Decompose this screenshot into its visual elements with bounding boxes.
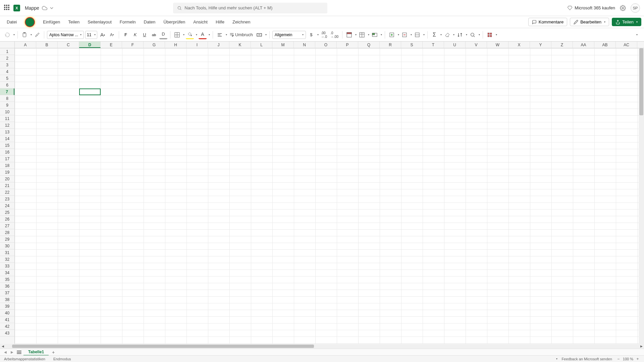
row-header-19[interactable]: 19 xyxy=(0,169,14,176)
sheet-next-icon[interactable]: ▶ xyxy=(9,350,15,355)
row-header-26[interactable]: 26 xyxy=(0,216,14,223)
sheet-tab-active[interactable]: Tabelle1 xyxy=(23,349,49,356)
double-underline-button[interactable]: D xyxy=(159,31,167,39)
zoom-in-button[interactable]: + xyxy=(635,357,640,361)
row-header-9[interactable]: 9 xyxy=(0,102,14,109)
decrease-font-button[interactable]: A▾ xyxy=(108,31,116,39)
row-header-16[interactable]: 16 xyxy=(0,149,14,156)
chevron-down-icon[interactable]: ▾ xyxy=(556,357,557,360)
vertical-scroll-thumb[interactable] xyxy=(639,48,643,115)
chevron-down-icon[interactable]: ▾ xyxy=(31,33,32,36)
column-header-V[interactable]: V xyxy=(466,42,487,48)
column-header-S[interactable]: S xyxy=(401,42,423,48)
column-header-Q[interactable]: Q xyxy=(358,42,380,48)
chevron-down-icon[interactable]: ▾ xyxy=(226,33,227,36)
underline-button[interactable]: U xyxy=(141,31,149,39)
row-header-10[interactable]: 10 xyxy=(0,109,14,115)
select-all-corner[interactable] xyxy=(0,42,15,48)
chevron-down-icon[interactable] xyxy=(50,6,53,10)
strikethrough-button[interactable]: ab xyxy=(150,31,158,39)
chevron-down-icon[interactable]: ▾ xyxy=(381,33,382,36)
font-color-button[interactable]: A xyxy=(199,31,207,39)
row-header-22[interactable]: 22 xyxy=(0,189,14,196)
bearbeiten-button[interactable]: Bearbeiten ▾ xyxy=(570,18,609,26)
row-header-41[interactable]: 41 xyxy=(0,316,14,323)
column-header-F[interactable]: F xyxy=(122,42,144,48)
workbook-stats[interactable]: Arbeitsmappenstatistiken xyxy=(4,357,45,361)
autosum-button[interactable]: Σ xyxy=(430,31,438,39)
ribbon-expand-button[interactable]: ▾ xyxy=(633,31,641,39)
row-header-23[interactable]: 23 xyxy=(0,196,14,202)
column-header-C[interactable]: C xyxy=(58,42,79,48)
column-header-N[interactable]: N xyxy=(294,42,315,48)
chevron-down-icon[interactable]: ▾ xyxy=(466,33,467,36)
addins-button[interactable] xyxy=(486,31,494,39)
column-header-A[interactable]: A xyxy=(15,42,36,48)
column-header-L[interactable]: L xyxy=(251,42,272,48)
chevron-down-icon[interactable]: ▾ xyxy=(398,33,399,36)
row-header-35[interactable]: 35 xyxy=(0,276,14,283)
borders-button[interactable] xyxy=(173,31,181,39)
tab-einfuegen[interactable]: Einfügen xyxy=(39,17,64,26)
chevron-down-icon[interactable]: ▾ xyxy=(355,33,357,36)
row-header-21[interactable]: 21 xyxy=(0,182,14,189)
column-header-E[interactable]: E xyxy=(101,42,122,48)
chevron-down-icon[interactable]: ▾ xyxy=(209,33,210,36)
delete-cells-button[interactable] xyxy=(400,31,409,39)
zoom-level[interactable]: 100 % xyxy=(623,357,633,361)
column-header-AC[interactable]: AC xyxy=(616,42,637,48)
row-header-20[interactable]: 20 xyxy=(0,176,14,182)
chevron-down-icon[interactable]: ▾ xyxy=(479,33,480,36)
horizontal-scrollbar[interactable]: ◀ ▶ xyxy=(0,344,644,349)
column-header-D[interactable]: D xyxy=(79,42,101,48)
column-header-P[interactable]: P xyxy=(337,42,358,48)
currency-button[interactable]: $ xyxy=(307,31,315,39)
format-cells-button[interactable] xyxy=(413,31,421,39)
search-input[interactable]: Nach Tools, Hilfe und mehr suchen (ALT +… xyxy=(173,3,327,13)
chevron-down-icon[interactable]: ▾ xyxy=(368,33,369,36)
row-header-43[interactable]: 43 xyxy=(0,330,14,337)
row-header-15[interactable]: 15 xyxy=(0,142,14,149)
row-header-24[interactable]: 24 xyxy=(0,202,14,209)
row-header-38[interactable]: 38 xyxy=(0,296,14,303)
cell-styles-button[interactable] xyxy=(371,31,379,39)
buy-microsoft-365-link[interactable]: Microsoft 365 kaufen xyxy=(567,5,615,11)
sheet-list-icon[interactable] xyxy=(16,349,22,355)
document-name[interactable]: Mappe xyxy=(25,5,39,11)
gear-icon[interactable] xyxy=(620,5,626,11)
row-header-40[interactable]: 40 xyxy=(0,310,14,316)
tab-teilen[interactable]: Teilen xyxy=(64,17,84,26)
app-launcher-icon[interactable] xyxy=(4,5,11,11)
column-header-AA[interactable]: AA xyxy=(573,42,594,48)
chevron-down-icon[interactable]: ▾ xyxy=(440,33,442,36)
tab-ueberpruefen[interactable]: Überprüfen xyxy=(159,17,189,26)
column-header-W[interactable]: W xyxy=(487,42,508,48)
sheet-prev-icon[interactable]: ◀ xyxy=(3,350,8,355)
row-header-42[interactable]: 42 xyxy=(0,323,14,330)
insert-cells-button[interactable] xyxy=(388,31,396,39)
row-header-31[interactable]: 31 xyxy=(0,249,14,256)
chevron-down-icon[interactable]: ▾ xyxy=(183,33,184,36)
column-header-K[interactable]: K xyxy=(229,42,251,48)
chevron-down-icon[interactable]: ▾ xyxy=(265,33,267,36)
tab-seitenlayout[interactable]: Seitenlayout xyxy=(84,17,116,26)
column-header-X[interactable]: X xyxy=(508,42,530,48)
active-cell[interactable] xyxy=(79,88,101,95)
fill-color-button[interactable] xyxy=(186,31,194,39)
chevron-down-icon[interactable]: ▾ xyxy=(411,33,412,36)
column-header-AB[interactable]: AB xyxy=(594,42,616,48)
chevron-down-icon[interactable]: ▾ xyxy=(317,33,319,36)
tab-formeln[interactable]: Formeln xyxy=(116,17,140,26)
font-name-select[interactable]: Aptos Narrow ...▾ xyxy=(47,31,84,39)
row-header-11[interactable]: 11 xyxy=(0,115,14,122)
teilen-button[interactable]: Teilen ▾ xyxy=(612,18,641,26)
row-header-32[interactable]: 32 xyxy=(0,256,14,263)
column-header-U[interactable]: U xyxy=(444,42,466,48)
column-header-O[interactable]: O xyxy=(315,42,337,48)
add-sheet-button[interactable]: + xyxy=(50,349,57,356)
wrap-text-button[interactable]: Umbruch xyxy=(228,31,254,39)
row-header-12[interactable]: 12 xyxy=(0,122,14,129)
increase-decimal-button[interactable]: .00→.0 xyxy=(320,31,328,39)
row-header-39[interactable]: 39 xyxy=(0,303,14,310)
row-header-8[interactable]: 8 xyxy=(0,95,14,102)
